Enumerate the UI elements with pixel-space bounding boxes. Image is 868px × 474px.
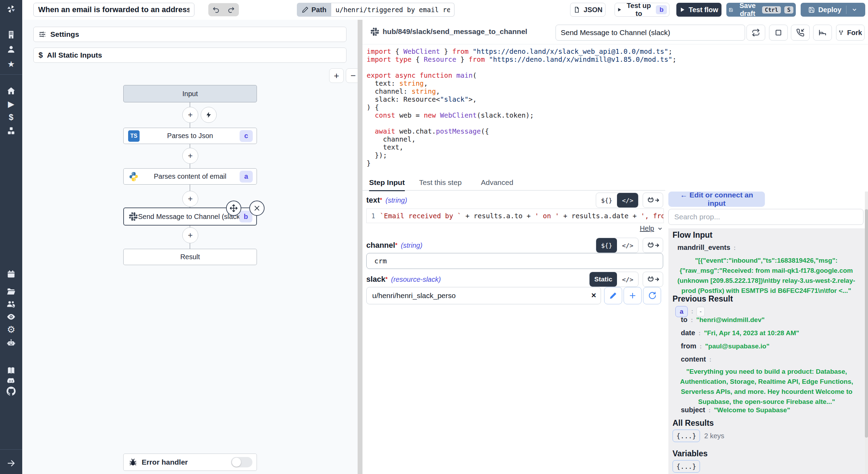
play-icon[interactable]: ▶ xyxy=(7,100,16,109)
flow-input-value[interactable]: "[{"event":"inbound","ts":1683819426,"ms… xyxy=(676,255,857,296)
delete-step-button[interactable] xyxy=(249,201,265,216)
cubes-icon[interactable] xyxy=(7,126,16,135)
flow-input-key[interactable]: mandrill_events: xyxy=(677,244,739,252)
channel-value-input[interactable] xyxy=(366,253,663,269)
tab-advanced[interactable]: Advanced xyxy=(481,175,513,190)
all-static-inputs-bar[interactable]: $ All Static Inputs xyxy=(33,48,347,63)
step-summary-input[interactable] xyxy=(556,25,745,41)
scrollbar-thumb[interactable] xyxy=(865,209,868,438)
connect-input-button[interactable] xyxy=(643,193,663,208)
redo-icon[interactable] xyxy=(227,6,235,14)
flow-node-input[interactable]: Input xyxy=(123,85,257,102)
folder-open-icon[interactable] xyxy=(7,287,16,296)
phone-incoming-button[interactable] xyxy=(791,25,810,41)
result-row-date[interactable]: date: "Fri, Apr 14, 2023 at 10:28 AM" xyxy=(681,329,799,337)
edit-or-connect-button[interactable]: ← Edit or connect an input xyxy=(668,192,765,207)
add-resource-button[interactable] xyxy=(624,287,642,304)
flow-settings-bar[interactable]: Settings xyxy=(33,27,347,42)
flow-node-result[interactable]: Result xyxy=(123,249,257,265)
text-expression-editor[interactable]: 1 `Email received by ` + results.a.to + … xyxy=(366,209,664,223)
path-input[interactable] xyxy=(331,3,454,17)
template-mode-button[interactable]: ${} xyxy=(596,193,617,208)
github-icon[interactable] xyxy=(7,387,16,396)
template-mode-button[interactable]: ${} xyxy=(596,238,617,253)
windmill-logo[interactable] xyxy=(7,5,16,14)
expand-json-button[interactable]: {...} xyxy=(673,430,700,442)
variables-row: {...} xyxy=(673,460,700,473)
refresh-resource-button[interactable] xyxy=(643,287,661,304)
connect-input-button[interactable] xyxy=(643,238,663,253)
collapse-toggle[interactable]: - xyxy=(696,307,704,316)
user-icon[interactable] xyxy=(7,45,16,54)
file-json-icon xyxy=(573,6,580,13)
json-button[interactable]: JSON xyxy=(570,3,606,17)
users-gear-icon[interactable] xyxy=(7,300,16,309)
flow-node-parses-content[interactable]: Parses content of email a xyxy=(123,168,257,185)
result-row-content[interactable]: content: xyxy=(681,355,715,363)
flow-canvas: Settings $ All Static Inputs + − Input +… xyxy=(22,20,358,474)
sync-script-button[interactable] xyxy=(746,25,765,41)
calendar-icon[interactable] xyxy=(7,270,16,279)
move-step-button[interactable] xyxy=(226,201,241,216)
code-mode-button[interactable]: </> xyxy=(617,238,638,253)
connect-input-button[interactable] xyxy=(643,272,663,287)
search-prop-input[interactable] xyxy=(668,209,863,225)
expand-json-button[interactable]: {...} xyxy=(673,460,700,473)
result-row-from[interactable]: from: "paul@supabase.io" xyxy=(681,342,769,350)
fork-button[interactable]: Fork xyxy=(836,25,865,41)
zoom-in-button[interactable]: + xyxy=(329,68,344,83)
tab-step-input[interactable]: Step Input xyxy=(369,175,405,191)
gear-icon[interactable]: ⚙ xyxy=(7,325,16,334)
test-flow-button[interactable]: Test flow xyxy=(676,3,721,17)
slack-icon xyxy=(370,27,379,36)
square-button[interactable] xyxy=(769,25,788,41)
edit-resource-button[interactable] xyxy=(604,287,622,304)
save-draft-button[interactable]: Save draft CtrlS xyxy=(726,3,796,17)
step-id-badge: a xyxy=(240,171,253,183)
previous-result-title: Previous Result xyxy=(673,294,733,304)
discord-icon[interactable] xyxy=(7,376,16,386)
book-icon[interactable] xyxy=(7,366,16,375)
chevron-down-icon[interactable] xyxy=(851,7,858,13)
add-step-button[interactable]: + xyxy=(182,191,198,207)
slack-resource-input[interactable] xyxy=(366,287,601,304)
path-button[interactable]: Path xyxy=(297,3,331,17)
undo-icon[interactable] xyxy=(212,6,220,14)
flow-title-input[interactable] xyxy=(33,3,194,17)
chevron-down-icon[interactable] xyxy=(657,226,663,232)
home-icon[interactable] xyxy=(7,86,16,95)
kbd-s: S xyxy=(784,6,793,14)
building-icon[interactable] xyxy=(7,30,16,39)
add-step-button[interactable]: + xyxy=(182,107,198,123)
error-handler-toggle[interactable] xyxy=(231,457,252,467)
star-icon[interactable]: ★ xyxy=(7,60,16,69)
tab-test-this-step[interactable]: Test this step xyxy=(419,175,462,190)
test-up-to-button[interactable]: Test up to b xyxy=(615,3,669,17)
result-row-content-value[interactable]: "Everything you need to build a product:… xyxy=(675,366,859,407)
bed-button[interactable] xyxy=(813,25,832,41)
add-step-button[interactable]: + xyxy=(182,227,198,243)
clear-resource-icon[interactable]: × xyxy=(591,291,596,300)
error-handler-bar[interactable]: Error handler xyxy=(123,454,257,471)
trigger-bolt-button[interactable] xyxy=(201,107,217,123)
code-mode-button[interactable]: </> xyxy=(617,272,638,287)
add-step-button[interactable]: + xyxy=(182,148,198,164)
robot-icon[interactable] xyxy=(7,338,16,347)
panel-resize-handle[interactable] xyxy=(358,20,362,474)
test-up-to-step-badge: b xyxy=(656,5,667,14)
result-row-to[interactable]: to: "henri@windmill.dev" xyxy=(681,316,765,324)
plug-icon xyxy=(646,276,660,283)
flow-node-parses-to-json[interactable]: TS Parses to Json c xyxy=(123,128,257,144)
arrow-right-icon[interactable] xyxy=(7,459,16,468)
script-code-editor[interactable]: import { WebClient } from "https://deno.… xyxy=(367,48,863,167)
eye-icon[interactable] xyxy=(7,312,16,321)
variables-title: Variables xyxy=(673,449,708,458)
dollar-icon[interactable]: $ xyxy=(7,113,16,122)
flow-input-title: Flow Input xyxy=(673,230,712,240)
code-mode-button[interactable]: </> xyxy=(617,193,638,208)
help-link[interactable]: Help xyxy=(640,225,654,232)
field-channel-header: channel* (string) ${} </> xyxy=(366,238,663,253)
deploy-button[interactable]: Deploy xyxy=(801,3,865,17)
static-mode-button[interactable]: Static xyxy=(590,272,617,287)
result-row-subject[interactable]: subject: "Welcome to Supabase" xyxy=(681,406,790,414)
